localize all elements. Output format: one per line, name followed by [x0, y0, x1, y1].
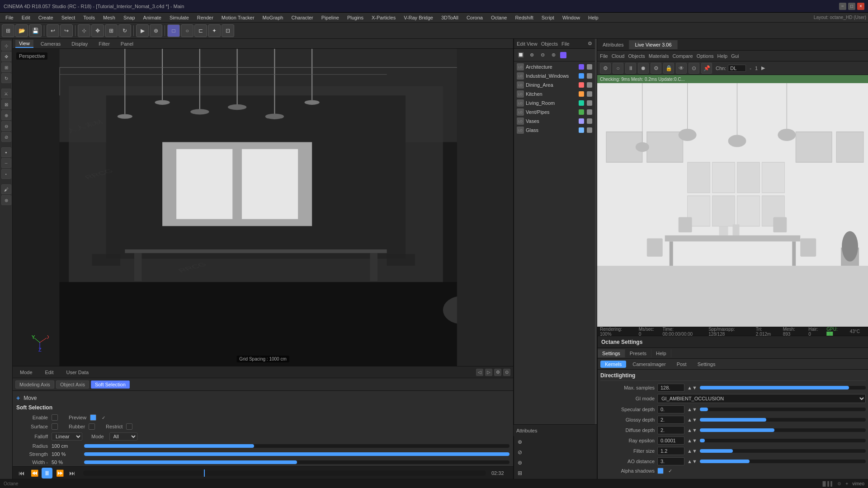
viewport-cameras-menu[interactable]: Cameras — [37, 40, 65, 47]
oct-ktab-settings2[interactable]: Settings — [693, 361, 720, 368]
ray-epsilon-input[interactable] — [657, 436, 684, 445]
ao-distance-input[interactable] — [657, 457, 684, 465]
toolbar-new[interactable]: ⊞ — [2, 24, 14, 37]
menu-pipeline[interactable]: Pipeline — [318, 14, 343, 21]
oct-stab-help[interactable]: Help — [651, 349, 671, 357]
maximize-button[interactable]: □ — [848, 3, 855, 10]
oct-circle2-btn[interactable]: ⊙ — [689, 63, 699, 74]
width-slider[interactable] — [84, 460, 509, 464]
alpha-shadows-checkbox[interactable] — [657, 468, 664, 474]
close-button[interactable]: × — [857, 3, 864, 10]
gimode-dropdown[interactable]: GI_AMBIENT_OCCLUSION GI_DIFFUSE GI_SPECU… — [657, 394, 866, 403]
tool-rotate[interactable]: ↻ — [1, 73, 11, 83]
timeline-settings[interactable]: ⚙ — [494, 369, 501, 376]
tool-scale[interactable]: ⊞ — [1, 62, 11, 72]
obj-menu-edit[interactable]: Edit View — [517, 41, 538, 47]
oct-menu-help[interactable]: Help — [717, 53, 728, 59]
ao-step[interactable]: ▲▼ — [687, 459, 697, 464]
menu-snap[interactable]: Snap — [120, 14, 139, 21]
glossy-depth-input[interactable] — [657, 416, 684, 424]
oct-menu-compare[interactable]: Compare — [672, 53, 693, 59]
menu-3dtoall[interactable]: 3DToAll — [438, 14, 462, 21]
tool-paint[interactable]: 🖌 — [1, 184, 11, 194]
tab-userdata[interactable]: User Data — [62, 368, 94, 376]
oct-circle-btn[interactable]: ○ — [613, 63, 623, 74]
toolbar-sphere[interactable]: ○ — [181, 24, 193, 37]
minimize-button[interactable]: − — [839, 3, 846, 10]
menu-animate[interactable]: Animate — [140, 14, 165, 21]
radius-slider[interactable] — [84, 444, 509, 448]
menu-file[interactable]: File — [2, 14, 17, 21]
play-next-button[interactable]: ⏩ — [54, 468, 65, 479]
ray-step[interactable]: ▲▼ — [687, 438, 697, 443]
menu-window[interactable]: Window — [559, 14, 584, 21]
toolbar-rotate[interactable]: ↻ — [118, 24, 131, 37]
obj-item-ventpipes[interactable]: LO Vent/Pipes — [515, 108, 594, 117]
menu-motiontracker[interactable]: Motion Tracker — [218, 14, 258, 21]
tool-loop[interactable]: ⊘ — [1, 132, 11, 142]
obj-item-vases[interactable]: LO Vases — [515, 117, 594, 126]
strip-icon-4[interactable]: ⊞ — [515, 468, 525, 478]
menu-mograph[interactable]: MoGraph — [259, 14, 287, 21]
viewport-view-menu[interactable]: View — [15, 40, 33, 48]
tab-modeling-axis[interactable]: Modeling Axis — [15, 380, 54, 389]
viewport-filter-menu[interactable]: Filter — [95, 40, 113, 47]
surface-checkbox[interactable] — [52, 423, 58, 430]
pause-button[interactable]: ⏸ — [42, 468, 52, 479]
filter-size-slider[interactable] — [700, 449, 866, 453]
toolbar-render[interactable]: ▶ — [136, 24, 149, 37]
toolbar-move[interactable]: ✥ — [91, 24, 104, 37]
menu-script[interactable]: Script — [538, 14, 558, 21]
oct-ktab-cameraimager[interactable]: CameraImager — [628, 361, 670, 368]
menu-mesh[interactable]: Mesh — [99, 14, 119, 21]
oct-stab-settings[interactable]: Settings — [598, 349, 625, 357]
oct-lock-btn[interactable]: 🔒 — [663, 63, 674, 74]
play-end-button[interactable]: ⏭ — [67, 468, 78, 479]
glossy-step[interactable]: ▲▼ — [687, 417, 697, 422]
enable-checkbox[interactable] — [52, 414, 58, 421]
tab-edit[interactable]: Edit — [41, 368, 58, 376]
obj-tool-4[interactable]: ⊛ — [548, 50, 558, 60]
oct-settings-btn[interactable]: ⚙ — [600, 63, 611, 74]
filter-step[interactable]: ▲▼ — [687, 448, 697, 454]
diffuse-step[interactable]: ▲▼ — [687, 427, 697, 433]
glossy-depth-slider[interactable] — [700, 418, 866, 422]
oct-menu-file[interactable]: File — [600, 53, 608, 59]
tool-edge[interactable]: ─ — [1, 158, 11, 168]
toolbar-renderall[interactable]: ⊛ — [150, 24, 162, 37]
octane-render-viewport[interactable] — [597, 83, 868, 327]
tab-mode[interactable]: Mode — [15, 368, 37, 376]
menu-corona[interactable]: Corona — [463, 14, 486, 21]
play-start-button[interactable]: ⏮ — [16, 468, 27, 479]
oct-gear2-btn[interactable]: ⚙ — [651, 63, 661, 74]
live-viewer-tab[interactable]: Live Viewer 3.06 — [629, 40, 677, 49]
tool-magnet[interactable]: ⊛ — [1, 195, 11, 205]
obj-menu-file[interactable]: File — [561, 41, 570, 47]
attributes-label[interactable]: Attributes — [516, 428, 537, 433]
toolbar-select[interactable]: ⊹ — [78, 24, 90, 37]
restrict-checkbox[interactable] — [126, 423, 132, 430]
strip-icon-1[interactable]: ⊕ — [515, 437, 525, 447]
specular-step[interactable]: ▲▼ — [687, 407, 697, 412]
viewport-display-menu[interactable]: Display — [68, 40, 91, 47]
diffuse-depth-input[interactable] — [657, 426, 684, 434]
tool-select[interactable]: ⊹ — [1, 41, 11, 51]
menu-render[interactable]: Render — [193, 14, 217, 21]
toolbar-cylinder[interactable]: ⊏ — [194, 24, 207, 37]
obj-tool-3[interactable]: ⊖ — [538, 50, 547, 60]
tool-move[interactable]: ✥ — [1, 52, 11, 61]
ao-distance-slider[interactable] — [700, 460, 866, 463]
toolbar-light[interactable]: ✦ — [208, 24, 221, 37]
menu-create[interactable]: Create — [35, 14, 57, 21]
menu-octane[interactable]: Octane — [487, 14, 510, 21]
toolbar-open[interactable]: 📂 — [15, 24, 28, 37]
strength-slider[interactable] — [84, 452, 509, 456]
toolbar-redo[interactable]: ↪ — [60, 24, 73, 37]
strip-icon-3[interactable]: ⊛ — [515, 458, 525, 468]
menu-tools[interactable]: Tools — [80, 14, 99, 21]
toolbar-scale[interactable]: ⊞ — [105, 24, 118, 37]
menu-plugins[interactable]: Plugins — [344, 14, 367, 21]
tab-soft-selection[interactable]: Soft Selection — [91, 380, 130, 389]
3d-viewport[interactable]: RRCG RRCG 人人素材 Perspective Grid Spacing … — [13, 49, 513, 366]
tool-extrude[interactable]: ⊕ — [1, 110, 11, 120]
